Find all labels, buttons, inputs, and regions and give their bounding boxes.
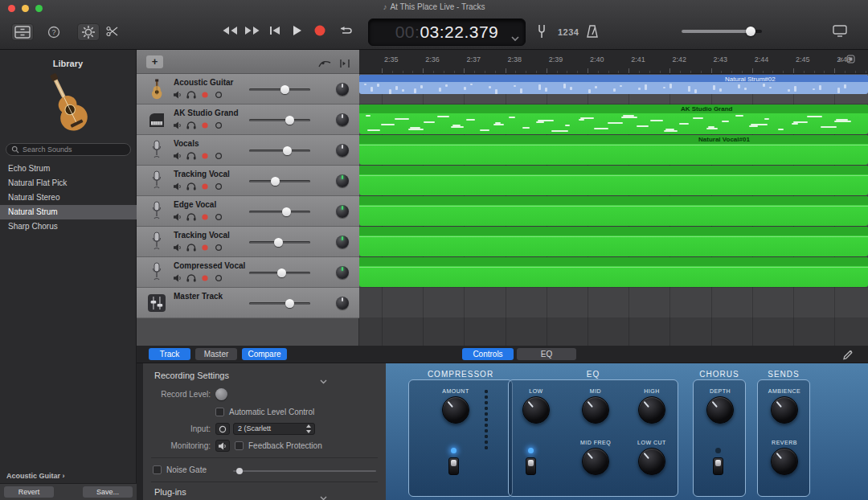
volume-slider-knob[interactable] [277, 268, 286, 277]
library-item[interactable]: Echo Strum [0, 162, 137, 176]
track-row[interactable]: Compressed Vocal [137, 257, 359, 288]
solo-button[interactable] [186, 182, 197, 191]
pan-knob[interactable] [336, 83, 349, 96]
input-monitor-button[interactable] [213, 243, 224, 252]
region[interactable] [359, 166, 868, 195]
mute-button[interactable] [172, 273, 183, 283]
pan-knob[interactable] [336, 174, 349, 187]
tab-eq[interactable]: EQ [517, 348, 576, 360]
volume-slider-knob[interactable] [285, 299, 294, 308]
mute-button[interactable] [172, 243, 183, 252]
add-track-button[interactable]: + [146, 55, 163, 68]
library-item[interactable]: Natural Flat Pick [0, 176, 137, 191]
feedback-protection-checkbox[interactable] [235, 441, 244, 450]
knob[interactable] [706, 396, 734, 424]
timeline-empty-area[interactable] [359, 318, 868, 346]
track-row[interactable]: Tracking Vocal [137, 227, 359, 257]
cut-tool-button[interactable] [105, 25, 120, 38]
mute-button[interactable] [172, 90, 183, 100]
region[interactable] [359, 196, 868, 226]
pan-knob[interactable] [336, 236, 349, 248]
noise-gate-slider-knob[interactable] [236, 468, 243, 474]
record-enable-button[interactable] [199, 243, 211, 252]
library-item[interactable]: Sharp Chorus [0, 219, 137, 234]
record-level-knob[interactable] [215, 388, 227, 400]
chevron-down-icon[interactable] [320, 490, 327, 500]
volume-slider[interactable] [249, 302, 310, 305]
timeline-lanes[interactable]: Natural Strum#02AK Studio GrandNatural V… [359, 74, 868, 346]
catch-playhead-button[interactable] [339, 57, 350, 72]
input-format-button[interactable] [215, 423, 230, 435]
settings-button[interactable] [77, 23, 100, 41]
cycle-button[interactable] [336, 25, 355, 36]
auto-level-checkbox[interactable] [215, 408, 224, 416]
volume-slider[interactable] [249, 150, 310, 152]
region[interactable] [359, 257, 868, 287]
volume-slider-knob[interactable] [282, 207, 291, 216]
revert-button[interactable]: Revert [4, 486, 54, 498]
knob[interactable] [442, 396, 469, 424]
region[interactable] [359, 227, 868, 256]
master-volume-slider[interactable] [682, 30, 762, 33]
timeline-ruler[interactable]: « 2:352:362:372:382:392:402:412:422:432:… [359, 50, 868, 74]
forward-button[interactable] [243, 25, 262, 36]
region[interactable]: Natural Strum#02 [359, 75, 868, 94]
pan-knob[interactable] [336, 113, 349, 126]
volume-slider[interactable] [249, 241, 310, 244]
automation-button[interactable] [318, 57, 331, 72]
knob[interactable] [582, 396, 609, 424]
record-enable-button[interactable] [199, 182, 211, 191]
track-row[interactable]: AK Studio Grand [137, 105, 359, 135]
solo-button[interactable] [186, 121, 197, 130]
monitoring-button[interactable] [215, 440, 230, 452]
toggle-switch[interactable] [448, 457, 459, 475]
mute-button[interactable] [172, 121, 183, 130]
input-monitor-button[interactable] [213, 182, 224, 191]
record-enable-button[interactable] [199, 273, 211, 283]
lcd-display[interactable]: 00:03:22.379 [368, 18, 526, 46]
tab-master[interactable]: Master [195, 348, 237, 360]
knob[interactable] [638, 448, 665, 475]
volume-slider-knob[interactable] [280, 85, 289, 94]
solo-button[interactable] [186, 90, 197, 100]
volume-slider[interactable] [249, 119, 310, 121]
go-to-beginning-button[interactable] [267, 25, 283, 36]
library-toggle-button[interactable] [11, 23, 34, 41]
record-enable-button[interactable] [199, 151, 211, 161]
track-row[interactable]: Acoustic Guitar [137, 74, 359, 105]
metronome-button[interactable] [585, 23, 600, 39]
automation-pencil-button[interactable] [842, 349, 854, 363]
pan-knob[interactable] [336, 266, 349, 279]
play-button[interactable] [290, 24, 305, 37]
knob[interactable] [771, 448, 798, 475]
toggle-switch[interactable] [713, 457, 723, 475]
pan-knob[interactable] [336, 297, 349, 309]
search-sounds-input[interactable]: Search Sounds [6, 143, 131, 156]
region[interactable]: AK Studio Grand [359, 105, 868, 134]
knob[interactable] [522, 396, 550, 424]
knob[interactable] [638, 396, 665, 424]
track-row[interactable]: Vocals [137, 135, 359, 166]
record-button[interactable] [312, 23, 328, 38]
library-item[interactable]: Natural Stereo [0, 191, 137, 205]
timeline-lane[interactable] [359, 288, 868, 318]
toggle-switch[interactable] [526, 457, 536, 475]
solo-button[interactable] [186, 243, 197, 252]
input-monitor-button[interactable] [213, 121, 224, 130]
tab-track[interactable]: Track [149, 348, 190, 360]
track-row[interactable]: Master Track [137, 288, 359, 318]
save-button[interactable]: Save... [83, 486, 133, 498]
track-row[interactable]: Edge Vocal [137, 196, 359, 227]
master-volume-knob[interactable] [746, 27, 755, 36]
volume-slider-knob[interactable] [271, 177, 280, 186]
volume-slider-knob[interactable] [274, 238, 283, 247]
chevron-down-icon[interactable] [320, 373, 327, 387]
recording-settings-header[interactable]: Recording Settings [154, 371, 229, 380]
volume-slider[interactable] [249, 211, 310, 213]
solo-button[interactable] [186, 212, 197, 222]
tab-compare[interactable]: Compare [242, 348, 287, 360]
tuner-button[interactable] [535, 23, 548, 39]
solo-button[interactable] [186, 151, 197, 161]
record-enable-button[interactable] [199, 121, 211, 130]
solo-button[interactable] [186, 273, 197, 283]
